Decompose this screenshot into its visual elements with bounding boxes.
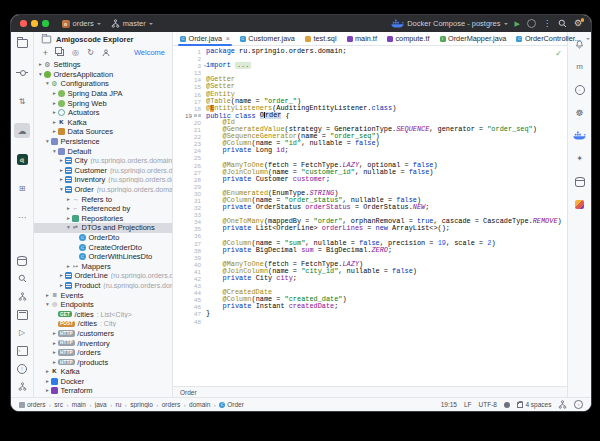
tree-toggle-icon[interactable]: ▸: [51, 358, 58, 367]
tree-item-dtos-and-projections[interactable]: ▾⇄DTOs and Projections: [34, 223, 172, 233]
tree-toggle-icon[interactable]: ▾: [37, 70, 44, 79]
refresh-icon[interactable]: ↻: [86, 48, 95, 57]
tree-item--cities[interactable]: GET/cities: List<City>: [34, 309, 172, 319]
tree-item-inventory[interactable]: ▸Inventory(ru.springio.orders.dom: [34, 175, 172, 185]
tree-toggle-icon[interactable]: ▸: [44, 386, 51, 395]
breadcrumb-item-java[interactable]: java: [95, 401, 107, 408]
tree-toggle-icon[interactable]: ▾: [65, 223, 72, 232]
fold-toggle-icon[interactable]: ›: [204, 62, 206, 69]
tree-item-endpoints[interactable]: ▾◎Endpoints: [34, 300, 172, 310]
minimize-window-button[interactable]: [31, 20, 38, 27]
settings-gear-icon[interactable]: ⚙: [574, 19, 582, 28]
services-icon[interactable]: [14, 307, 30, 322]
breadcrumb-item-ru[interactable]: ru: [116, 401, 122, 408]
tab-test-sql[interactable]: test.sql: [300, 32, 342, 45]
tree-toggle-icon[interactable]: ▸: [58, 175, 65, 184]
terminal-icon[interactable]: [14, 343, 30, 358]
info-icon[interactable]: i: [574, 400, 583, 409]
tree-toggle-icon[interactable]: ▾: [44, 137, 51, 146]
git-icon[interactable]: [14, 289, 30, 304]
kubernetes-icon[interactable]: ☸: [572, 105, 588, 120]
tree-toggle-icon[interactable]: ▸: [58, 166, 65, 175]
tree-toggle-icon[interactable]: ▸: [58, 281, 65, 290]
tree-item-docker[interactable]: ▸Docker: [34, 377, 172, 387]
locate-icon[interactable]: ◎: [71, 48, 80, 57]
amigoscode-explorer-icon[interactable]: ☁: [14, 123, 30, 138]
notifications-icon[interactable]: [572, 36, 588, 51]
tree-toggle-icon[interactable]: ▸: [44, 377, 51, 386]
tree-toggle-icon[interactable]: ▸: [51, 339, 58, 348]
tree-toggle-icon[interactable]: ▸: [65, 262, 72, 271]
gradle-icon[interactable]: ◦: [572, 82, 588, 97]
tree-item-settings[interactable]: ▸⚙Settings: [34, 60, 172, 70]
docker-icon[interactable]: [572, 128, 588, 143]
project-widget[interactable]: o orders: [62, 19, 101, 28]
tree-toggle-icon[interactable]: ▸: [51, 118, 58, 127]
tab-ordermapper-java[interactable]: IOrderMapper.java: [435, 32, 512, 45]
branch-widget[interactable]: master: [111, 19, 153, 28]
tree-toggle-icon[interactable]: ▸: [51, 89, 58, 98]
tree-toggle-icon[interactable]: ▸: [65, 195, 72, 204]
copy-icon[interactable]: [56, 48, 65, 57]
tree-item-spring-web[interactable]: ▸Spring Web: [34, 98, 172, 108]
add-icon[interactable]: +: [41, 48, 50, 57]
tree-toggle-icon[interactable]: ▸: [44, 291, 51, 300]
status-circle-icon[interactable]: [504, 402, 510, 408]
whats-new-icon[interactable]: [572, 197, 588, 212]
tree-item-repositories[interactable]: ▸Repositories: [34, 214, 172, 224]
tree-item-product[interactable]: ▸Product(ru.springio.orders.doma: [34, 281, 172, 291]
gutter-marker-icon[interactable]: [198, 114, 201, 117]
tree-item-orderdto[interactable]: COrderDto: [34, 233, 172, 243]
tab-order-java[interactable]: COrder.java×: [175, 32, 235, 45]
tree-item-orderwithlinesdto[interactable]: COrderWithLinesDto: [34, 252, 172, 262]
breadcrumb-item-domain[interactable]: domain: [189, 401, 210, 408]
jpa-buddy-icon[interactable]: dj: [14, 152, 30, 167]
problems-icon[interactable]: !: [14, 361, 30, 376]
search-everywhere-icon[interactable]: [558, 19, 567, 28]
tree-toggle-icon[interactable]: ▸: [65, 214, 72, 223]
tree-item-referenced-by[interactable]: ▸←Referenced by: [34, 204, 172, 214]
breadcrumb-item-order[interactable]: COrder: [219, 401, 244, 408]
line-separator[interactable]: LF: [464, 401, 472, 408]
tree-item-ordersapplication[interactable]: ▾OrdersApplication: [34, 70, 172, 80]
gutter-marker-icon[interactable]: [194, 114, 197, 117]
tree-toggle-icon[interactable]: ▾: [51, 147, 58, 156]
tree-item--products[interactable]: ▸HTTP/products: [34, 357, 172, 367]
tree-item--customers[interactable]: ▸HTTP/customers: [34, 329, 172, 339]
database-icon[interactable]: [572, 174, 588, 189]
tree-item-orderline[interactable]: ▸OrderLine(ru.springio.orders.dom: [34, 271, 172, 281]
tree-item-city[interactable]: ▸City(ru.springio.orders.domain): [34, 156, 172, 166]
maven-icon[interactable]: m: [572, 59, 588, 74]
tree-toggle-icon[interactable]: ▸: [51, 99, 58, 108]
indent-widget[interactable]: 4 spaces: [517, 401, 551, 408]
welcome-link[interactable]: Welcome: [134, 48, 165, 57]
tree-toggle-icon[interactable]: ▾: [44, 300, 51, 309]
debug-button[interactable]: [527, 19, 536, 28]
close-tab-icon[interactable]: ×: [226, 35, 230, 42]
file-encoding[interactable]: UTF-8: [479, 401, 497, 408]
breadcrumb-item-orders[interactable]: orders: [162, 401, 180, 408]
profile-icon[interactable]: [101, 48, 110, 57]
structure-icon[interactable]: ⊞: [14, 181, 30, 196]
tree-item-customer[interactable]: ▸Customer(ru.springio.orders.dom: [34, 166, 172, 176]
tree-item--cities[interactable]: POST/cities: City: [34, 319, 172, 329]
tree-toggle-icon[interactable]: ▸: [51, 348, 58, 357]
run-configuration-select[interactable]: Docker Compose - postgres: [391, 19, 507, 28]
breadcrumb-item-orders[interactable]: orders: [19, 401, 45, 408]
run-icon[interactable]: ▷: [14, 325, 30, 340]
search-everywhere-icon[interactable]: [14, 271, 30, 286]
more-actions-button[interactable]: ⋮: [543, 19, 551, 28]
tree-toggle-icon[interactable]: ▸: [51, 329, 58, 338]
inspections-ok-icon[interactable]: ✓: [555, 49, 562, 58]
tree-item-order[interactable]: ▾Order(ru.springio.orders.domain: [34, 185, 172, 195]
pull-requests-icon[interactable]: ⇅: [14, 94, 30, 109]
tree-item-persistence[interactable]: ▾Persistence: [34, 137, 172, 147]
tree-toggle-icon[interactable]: ▸: [58, 271, 65, 280]
tree-item-refers-to[interactable]: ▸→Refers to: [34, 194, 172, 204]
tab-main-tf[interactable]: main.tf: [342, 32, 382, 45]
tree-item-default[interactable]: ▾Default: [34, 146, 172, 156]
tree-toggle-icon[interactable]: ▸: [44, 367, 51, 376]
run-button[interactable]: ▶: [515, 20, 520, 28]
tab-customer-java[interactable]: CCustomer.java: [235, 32, 300, 45]
caret-position[interactable]: 19:15: [441, 401, 457, 408]
